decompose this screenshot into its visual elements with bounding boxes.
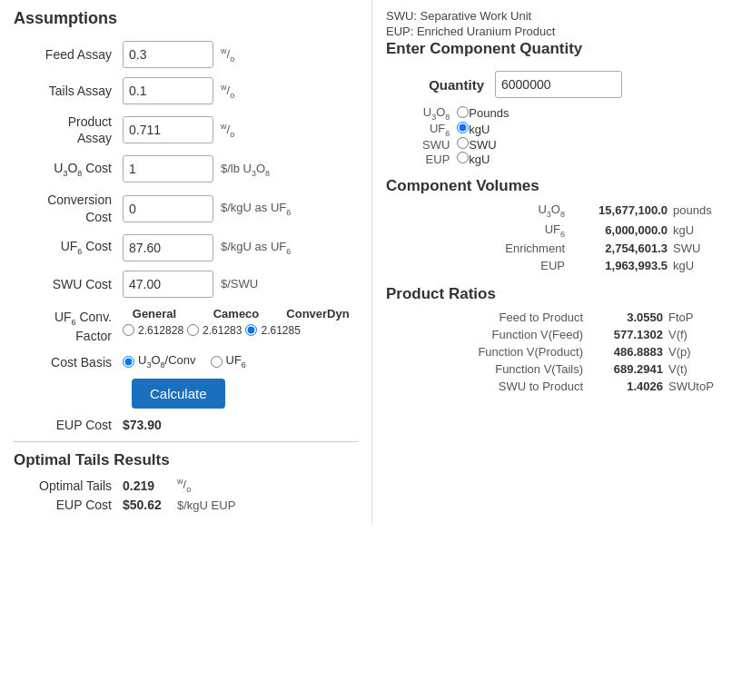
product-ratios-table: Feed to Product 3.0550 FtoP Function V(F… (386, 311, 718, 393)
product-assay-label: ProductAssay (14, 113, 123, 146)
calculate-button[interactable]: Calculate (132, 379, 225, 409)
pr-value-1: 577.1302 (590, 328, 663, 341)
optimal-tails-unit: w/o (177, 477, 191, 494)
conversion-cost-input[interactable] (123, 195, 213, 222)
swu-cost-input[interactable] (123, 271, 213, 298)
cv-value-enrichment: 2,754,601.3 (572, 242, 668, 255)
pr-row-4: SWU to Product 1.4026 SWUtoP (386, 380, 718, 393)
assumptions-title: Assumptions (14, 9, 358, 32)
cost-basis-uf6[interactable]: UF6 (211, 353, 246, 370)
pr-value-0: 3.0550 (590, 311, 663, 324)
enter-qty-title: Enter Component Quantity (386, 40, 718, 62)
conversion-cost-label: ConversionCost (14, 192, 123, 224)
feed-assay-row: Feed Assay w/o (14, 41, 358, 68)
conv-factor-headers: General Cameco ConverDyn (123, 307, 350, 320)
u3o8-cost-input[interactable] (123, 155, 213, 182)
pr-unit-0: FtoP (668, 311, 718, 324)
product-assay-unit: w/o (221, 122, 234, 139)
feed-assay-unit: w/o (221, 46, 234, 64)
cv-unit-eup: kgU (673, 259, 718, 272)
cv-row-uf6: UF6 6,000,000.0 kgU (386, 222, 718, 239)
cv-name-u3o8: U3O8 (483, 202, 565, 219)
quantity-row: Quantity (386, 71, 718, 98)
eup-cost-label: EUP Cost (23, 418, 123, 432)
pr-row-1: Function V(Feed) 577.1302 V(f) (386, 328, 718, 341)
unit-row-swu: SWU SWU (422, 137, 509, 152)
unit-row-uf6: UF6 kgU (422, 122, 509, 138)
cost-basis-u3o8[interactable]: U3O8/Conv (123, 353, 196, 370)
pr-unit-2: V(p) (668, 345, 718, 359)
unit-name-eup: EUP (422, 152, 457, 166)
conversion-cost-unit: $/kgU as UF6 (221, 201, 291, 217)
component-volumes-title: Component Volumes (386, 177, 718, 195)
conv-factor-label: UF6 Conv.Factor (14, 307, 123, 345)
conv-factor-radios: 2.612828 2.61283 2.61285 (123, 324, 350, 337)
quantity-label: Quantity (386, 77, 495, 93)
u3o8-cost-unit: $/lb U3O8 (221, 162, 270, 178)
conversion-cost-row: ConversionCost $/kgU as UF6 (14, 192, 358, 224)
unit-row-eup: EUP kgU (422, 152, 509, 166)
conv-factor-header-cameco: Cameco (204, 307, 268, 320)
pr-name-3: Function V(Tails) (465, 362, 583, 376)
optimal-eup-cost-value: $50.62 (123, 498, 177, 512)
quantity-input[interactable] (495, 71, 622, 98)
pr-value-4: 1.4026 (590, 380, 663, 393)
cv-row-enrichment: Enrichment 2,754,601.3 SWU (386, 242, 718, 255)
uf6-cost-row: UF6 Cost $/kgU as UF6 (14, 234, 358, 261)
u3o8-cost-row: U3O8 Cost $/lb U3O8 (14, 155, 358, 182)
conv-factor-radio-cameco[interactable] (187, 324, 199, 336)
optimal-tails-title: Optimal Tails Results (14, 451, 358, 469)
optimal-eup-cost-label: EUP Cost (14, 498, 123, 512)
pr-row-2: Function V(Product) 486.8883 V(p) (386, 345, 718, 359)
u3o8-cost-label: U3O8 Cost (14, 160, 123, 179)
unit-name-u3o8: U3O8 (422, 105, 457, 122)
unit-radio-uf6[interactable] (457, 122, 469, 138)
pr-value-3: 689.2941 (590, 362, 663, 376)
eup-cost-row: EUP Cost $73.90 (23, 418, 358, 432)
unit-label-swu: SWU (469, 137, 509, 152)
unit-label-uf6: kgU (469, 122, 509, 138)
unit-name-swu: SWU (422, 137, 457, 152)
unit-radio-uf6-btn[interactable] (457, 122, 469, 133)
unit-radio-u3o8-btn[interactable] (457, 106, 469, 118)
unit-radio-swu[interactable] (457, 137, 469, 152)
cost-basis-u3o8-radio[interactable] (123, 356, 134, 368)
cv-unit-enrichment: SWU (673, 242, 718, 255)
cost-basis-row: Cost Basis U3O8/Conv UF6 (14, 353, 358, 370)
pr-name-4: SWU to Product (465, 380, 583, 393)
swu-cost-row: SWU Cost $/SWU (14, 271, 358, 298)
swu-cost-label: SWU Cost (14, 276, 123, 292)
cv-value-eup: 1,963,993.5 (572, 259, 668, 272)
cv-unit-u3o8: pounds (673, 203, 718, 217)
uf6-cost-unit: $/kgU as UF6 (221, 240, 291, 256)
product-ratios-title: Product Ratios (386, 285, 718, 303)
pr-name-2: Function V(Product) (465, 345, 583, 359)
cv-row-eup: EUP 1,963,993.5 kgU (386, 259, 718, 272)
conv-factor-radio-converdyn[interactable] (245, 324, 257, 336)
eup-cost-value: $73.90 (123, 418, 162, 432)
unit-radio-u3o8[interactable] (457, 105, 469, 122)
conv-factor-value-converdyn: 2.61285 (261, 324, 300, 337)
uf6-cost-input[interactable] (123, 234, 213, 261)
tails-assay-input[interactable] (123, 77, 213, 104)
cost-basis-uf6-radio[interactable] (211, 356, 223, 368)
info-swu: SWU: Separative Work Unit (386, 9, 718, 23)
unit-name-uf6: UF6 (422, 122, 457, 138)
cv-unit-uf6: kgU (673, 223, 718, 237)
cv-row-u3o8: U3O8 15,677,100.0 pounds (386, 202, 718, 219)
pr-value-2: 486.8883 (590, 345, 663, 359)
unit-label-eup: kgU (469, 152, 509, 166)
cv-value-uf6: 6,000,000.0 (572, 223, 668, 237)
conv-factor-radio-general[interactable] (123, 324, 134, 336)
feed-assay-input[interactable] (123, 41, 213, 68)
swu-cost-unit: $/SWU (221, 277, 258, 291)
optimal-eup-cost-unit: $/kgU EUP (177, 498, 235, 512)
unit-label-u3o8: Pounds (469, 105, 509, 122)
unit-radio-eup-btn[interactable] (457, 152, 469, 163)
cv-name-uf6: UF6 (483, 222, 565, 239)
pr-name-1: Function V(Feed) (465, 328, 583, 341)
conv-factor-header-converdyn: ConverDyn (286, 307, 350, 320)
unit-radio-swu-btn[interactable] (457, 137, 469, 149)
unit-radio-eup[interactable] (457, 152, 469, 166)
product-assay-input[interactable] (123, 116, 213, 143)
